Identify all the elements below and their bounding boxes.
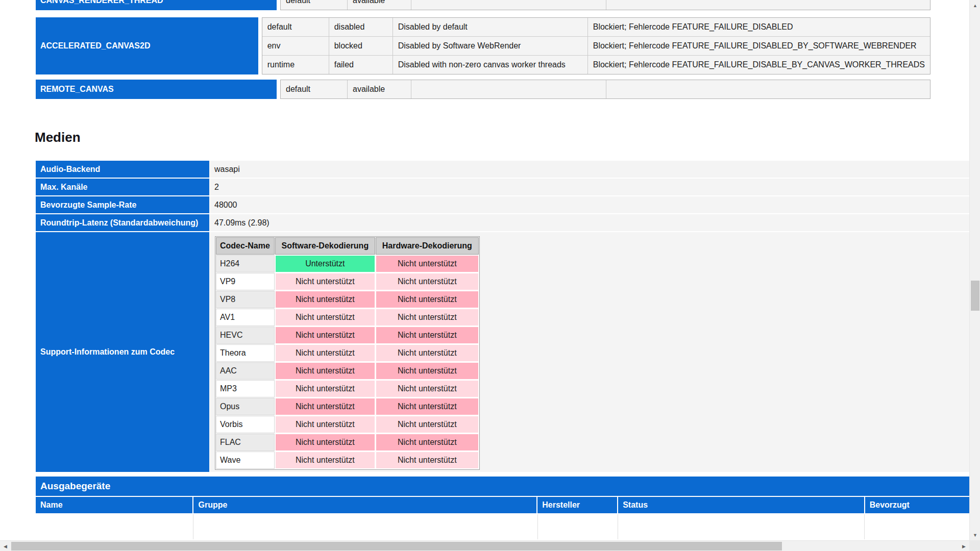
software-decoding-cell: Nicht unterstützt [275,344,375,362]
media-info-rows: Audio-BackendwasapiMax. Kanäle2Bevorzugt… [36,161,969,231]
software-decoding-cell: Unterstützt [275,255,375,272]
hardware-decoding-cell: Nicht unterstützt [376,398,479,415]
hardware-decoding-cell: Nicht unterstützt [376,255,479,272]
entry-type-cell: env [262,37,329,55]
codec-table-row: TheoraNicht unterstütztNicht unterstützt [216,344,479,362]
media-row-value: 47.09ms (2.98) [210,214,969,231]
hardware-decoding-cell: Nicht unterstützt [376,380,479,397]
media-info-row: Bevorzugte Sample-Rate48000 [36,196,969,213]
media-row-value: wasapi [210,161,969,178]
entry-message-cell [411,0,606,10]
hardware-decoding-cell: Nicht unterstützt [376,434,479,451]
scroll-left-icon[interactable]: ◀ [0,541,11,551]
codec-table-row: FLACNicht unterstütztNicht unterstützt [216,434,479,451]
codec-support-value-cell: Codec-NameSoftware-DekodierungHardware-D… [210,232,969,472]
output-column-header-status: Status [618,497,864,513]
codec-name-cell: Opus [216,398,275,415]
entry-message-cell [411,80,606,98]
output-empty-cell [865,514,969,539]
software-decoding-cell: Nicht unterstützt [275,452,375,469]
output-column-header-gruppe: Gruppe [193,497,536,513]
media-row-value: 2 [210,179,969,195]
graphics-feature-row: ACCELERATED_CANVAS2DdefaultdisabledDisab… [36,17,930,74]
codec-name-cell: MP3 [216,380,275,397]
codec-support-row: Support-Informationen zum Codec Codec-Na… [36,232,969,472]
feature-name-cell: ACCELERATED_CANVAS2D [36,17,258,74]
codec-name-cell: Theora [216,344,275,362]
codec-table-row: WaveNicht unterstütztNicht unterstützt [216,452,479,469]
codec-name-cell: Vorbis [216,416,275,433]
entry-status-cell: disabled [329,18,393,36]
codec-name-cell: AAC [216,362,275,380]
hardware-decoding-cell: Nicht unterstützt [376,309,479,326]
codec-column-header: Codec-Name [216,237,275,255]
hardware-decoding-cell: Nicht unterstützt [376,344,479,362]
feature-name-cell: REMOTE_CANVAS [36,80,277,99]
codec-name-cell: VP9 [216,273,275,290]
media-info-row: Audio-Backendwasapi [36,161,969,178]
entry-failure-cell: Blockiert; Fehlercode FEATURE_FAILURE_DI… [588,56,930,74]
horizontal-scrollbar[interactable]: ◀ ▶ [0,540,969,551]
scroll-up-icon[interactable]: ▲ [970,0,980,11]
software-decoding-cell: Nicht unterstützt [275,309,375,326]
feature-entry-row: defaultavailable [281,80,930,98]
output-devices-empty-row [36,514,969,539]
codec-name-cell: VP8 [216,291,275,308]
scrollbar-corner [969,540,980,551]
scroll-right-icon[interactable]: ▶ [959,541,969,551]
about-support-page: CANVAS_RENDERER_THREADdefaultavailableAC… [0,0,969,540]
horizontal-scrollbar-thumb[interactable] [11,542,782,550]
hardware-decoding-cell: Nicht unterstützt [376,273,479,290]
vertical-scrollbar-thumb[interactable] [971,281,979,311]
feature-entry-row: defaultavailable [281,0,930,10]
entry-status-cell: available [348,80,411,98]
feature-name-cell: CANVAS_RENDERER_THREAD [36,0,277,10]
codec-support-table: Codec-NameSoftware-DekodierungHardware-D… [215,236,480,470]
entry-message-cell: Disabled with non-zero canvas worker thr… [393,56,588,74]
media-row-label: Audio-Backend [36,161,209,178]
hardware-decoding-cell: Nicht unterstützt [376,291,479,308]
entry-failure-cell [606,80,930,98]
codec-table-body: H264UnterstütztNicht unterstütztVP9Nicht… [216,255,479,469]
software-decoding-cell: Nicht unterstützt [275,380,375,397]
software-decoding-cell: Nicht unterstützt [275,327,375,344]
codec-support-label: Support-Informationen zum Codec [36,232,209,472]
codec-name-cell: Wave [216,452,275,469]
codec-column-header: Software-Dekodierung [275,237,375,255]
codec-table-row: AV1Nicht unterstütztNicht unterstützt [216,309,479,326]
feature-entry-row: runtimefailedDisabled with non-zero canv… [262,56,930,74]
entry-type-cell: runtime [262,56,329,74]
codec-table-row: VP8Nicht unterstütztNicht unterstützt [216,291,479,308]
media-row-label: Bevorzugte Sample-Rate [36,196,209,213]
software-decoding-cell: Nicht unterstützt [275,434,375,451]
codec-table-row: VorbisNicht unterstütztNicht unterstützt [216,416,479,433]
codec-table-row: VP9Nicht unterstütztNicht unterstützt [216,273,479,290]
entry-failure-cell: Blockiert; Fehlercode FEATURE_FAILURE_DI… [588,18,930,36]
codec-name-cell: AV1 [216,309,275,326]
entry-type-cell: default [281,80,348,98]
scroll-down-icon[interactable]: ▼ [970,530,980,540]
graphics-feature-row: REMOTE_CANVASdefaultavailable [36,80,930,99]
entry-status-cell: available [348,0,411,10]
feature-entries-table: defaultavailable [280,0,930,10]
entry-message-cell: Disabled by default [393,18,588,36]
codec-header-row: Codec-NameSoftware-DekodierungHardware-D… [216,237,479,255]
codec-table-row: AACNicht unterstütztNicht unterstützt [216,362,479,380]
codec-table-row: MP3Nicht unterstütztNicht unterstützt [216,380,479,397]
output-devices-heading: Ausgabegeräte [36,477,969,496]
media-row-label: Max. Kanäle [36,179,209,195]
feature-entries-table: defaultdisabledDisabled by defaultBlocki… [262,17,930,74]
output-devices-header-row: NameGruppeHerstellerStatusBevorzugt [36,497,969,513]
software-decoding-cell: Nicht unterstützt [275,362,375,380]
codec-column-header: Hardware-Dekodierung [376,237,479,255]
entry-status-cell: blocked [329,37,393,55]
vertical-scrollbar[interactable]: ▲ ▼ [969,0,980,540]
codec-table-row: HEVCNicht unterstütztNicht unterstützt [216,327,479,344]
output-column-header-name: Name [36,497,192,513]
output-empty-cell [36,514,193,539]
output-column-header-bevorzugt: Bevorzugt [865,497,969,513]
feature-entry-row: defaultdisabledDisabled by defaultBlocki… [262,18,930,37]
entry-type-cell: default [281,0,348,10]
software-decoding-cell: Nicht unterstützt [275,291,375,308]
output-empty-cell [193,514,538,539]
